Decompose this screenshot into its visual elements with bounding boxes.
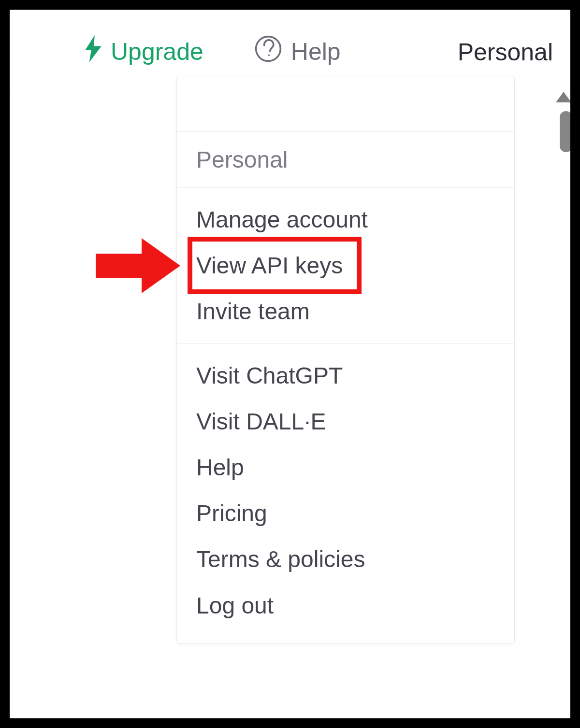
menu-item-pricing[interactable]: Pricing <box>177 490 514 536</box>
menu-item-label: Log out <box>196 593 274 618</box>
menu-item-label: Pricing <box>196 500 267 526</box>
menu-item-label: Visit DALL·E <box>196 409 326 434</box>
menu-item-label: Invite team <box>196 299 310 324</box>
menu-section-header-label: Personal <box>196 147 288 172</box>
menu-item-label: View API keys <box>196 253 343 278</box>
help-label: Help <box>291 38 341 66</box>
menu-item-help[interactable]: Help <box>177 444 514 490</box>
menu-spacer <box>177 76 514 132</box>
help-button[interactable]: Help <box>254 35 341 69</box>
bolt-icon <box>85 35 102 68</box>
menu-item-label: Terms & policies <box>196 546 365 572</box>
menu-section-header: Personal <box>177 132 514 188</box>
menu-item-visit-dalle[interactable]: Visit DALL·E <box>177 399 514 444</box>
account-dropdown-menu: Personal Manage account View API keys In… <box>176 76 515 643</box>
svg-marker-3 <box>96 238 180 293</box>
annotation-arrow-icon <box>96 234 180 299</box>
menu-item-label: Visit ChatGPT <box>196 363 343 388</box>
scroll-up-icon[interactable] <box>556 92 570 102</box>
menu-item-invite-team[interactable]: Invite team <box>177 288 514 334</box>
menu-item-view-api-keys[interactable]: View API keys <box>177 243 514 288</box>
menu-item-visit-chatgpt[interactable]: Visit ChatGPT <box>177 353 514 399</box>
menu-item-terms-policies[interactable]: Terms & policies <box>177 536 514 582</box>
svg-marker-0 <box>85 35 102 62</box>
menu-item-label: Manage account <box>196 207 368 232</box>
menu-group-account: Manage account View API keys Invite team <box>177 188 514 344</box>
account-menu-label: Personal <box>458 38 553 66</box>
menu-item-log-out[interactable]: Log out <box>177 583 514 628</box>
menu-item-manage-account[interactable]: Manage account <box>177 197 514 243</box>
svg-point-2 <box>268 54 270 56</box>
question-circle-icon <box>254 35 282 69</box>
scrollbar[interactable] <box>558 92 570 718</box>
menu-group-links: Visit ChatGPT Visit DALL·E Help Pricing … <box>177 344 514 643</box>
upgrade-label: Upgrade <box>111 38 203 66</box>
menu-item-label: Help <box>196 455 244 480</box>
upgrade-button[interactable]: Upgrade <box>85 35 203 68</box>
scroll-thumb[interactable] <box>560 111 570 152</box>
